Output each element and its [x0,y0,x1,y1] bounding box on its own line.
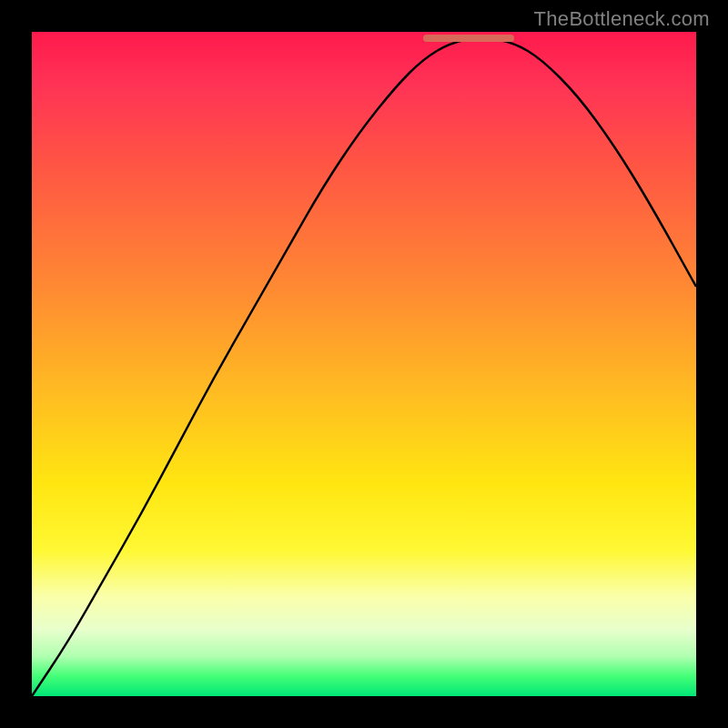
chart-container: TheBottleneck.com [0,0,728,728]
bottleneck-curve [32,38,696,696]
plot-area [32,32,696,696]
optimal-range-band [423,35,514,42]
curve-svg [32,32,696,696]
watermark-text: TheBottleneck.com [534,7,710,31]
